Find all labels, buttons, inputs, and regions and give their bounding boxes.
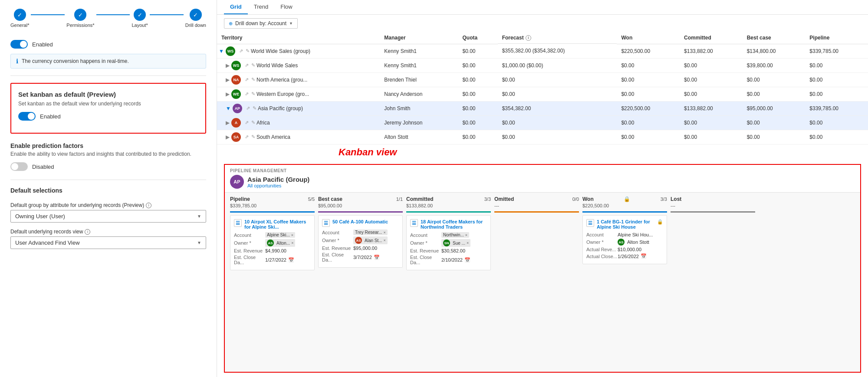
left-panel: ✓ General* ✓ Permissions* ✓ Layout* ✓ Dr… [0,0,217,377]
committed-cell: $0.00 [680,72,743,87]
tab-grid[interactable]: Grid [224,0,248,14]
group-by-value: Owning User (User) [15,213,65,220]
link-icon[interactable]: ⇗ [245,77,249,82]
step-line-3 [150,14,184,15]
card-tag: Alpine Ski...× [265,232,295,238]
quota-cell: $0.00 [458,72,497,87]
card-title: ☰ 10 Airpot XL Coffee Makers for Alpine … [234,219,311,229]
col-count: 0/0 [572,197,579,202]
tag-remove-icon[interactable]: × [384,238,386,243]
col-header: Omitted 0/0 --- [494,196,579,213]
col-amount: $220,500.00 [582,203,609,208]
row-expander-top[interactable]: ▼ [219,48,224,54]
tag-remove-icon[interactable]: × [465,233,467,237]
drill-down-button[interactable]: ⊕ Drill down by: Account ▼ [224,18,298,29]
tag-remove-icon[interactable]: × [467,241,469,245]
quota-cell: $0.00 [458,87,497,101]
prediction-toggle[interactable] [10,162,28,171]
card-date: 1/27/2022 📅 [265,257,294,263]
kanban-card[interactable]: ☰ 1 Café BG-1 Grinder for Alpine Ski Hou… [582,215,667,264]
link-icon[interactable]: ⇗ [239,48,243,54]
row-expander[interactable]: ▶ [226,134,230,140]
enabled-toggle[interactable] [10,40,28,49]
col-forecast[interactable]: Forecast i [498,32,617,44]
card-date: 1/26/2022 📅 [618,253,647,259]
tag-remove-icon[interactable]: × [291,241,293,245]
row-expander[interactable]: ▶ [226,77,230,83]
row-expander[interactable]: ▼ [226,105,231,111]
right-panel: Grid Trend Flow ⊕ Drill down by: Account… [217,0,868,377]
row-expander[interactable]: ▶ [226,120,230,126]
step-general-label: General* [10,23,29,28]
won-cell: $0.00 [617,115,680,130]
col-quota[interactable]: Quota [458,32,497,44]
col-territory[interactable]: Territory [217,32,380,44]
edit-icon[interactable]: ✎ [253,105,256,111]
drill-icon: ⊕ [229,21,233,26]
calendar-icon[interactable]: 📅 [464,257,470,263]
link-icon[interactable]: ⇗ [245,62,249,68]
pipeline-cell: $0.00 [805,115,868,130]
col-header: Pipeline 5/5 $339,785.00 [230,196,315,213]
committed-cell: $0.00 [680,58,743,72]
kanban-col-lost: Lost --- [671,196,755,368]
col-committed[interactable]: Committed [680,32,743,44]
link-icon[interactable]: ⇗ [245,120,249,125]
tab-trend[interactable]: Trend [248,0,274,14]
card-date: 2/10/2022 📅 [441,257,470,263]
view-select[interactable]: User Advanced Find View ▼ [10,236,206,249]
kanban-enabled-toggle[interactable] [18,112,36,121]
step-layout[interactable]: ✓ Layout* [132,9,148,28]
row-expander[interactable]: ▶ [226,62,230,69]
step-line-2 [96,14,130,15]
kanban-section-title: Set kanban as default (Preview) [18,91,198,98]
calendar-icon[interactable]: 📅 [288,257,294,263]
field-label: Owner * [586,239,618,245]
quota-cell: $0.00 [458,58,497,72]
quota-cell: $0.00 [458,130,497,144]
edit-icon[interactable]: ✎ [246,48,250,54]
card-field-row: Actual Close... 1/26/2022 📅 [586,253,663,259]
col-won[interactable]: Won [617,32,680,44]
field-value: $4,990.00 [265,248,286,253]
col-best-case[interactable]: Best case [743,32,806,44]
row-expander[interactable]: ▶ [226,91,230,97]
link-icon[interactable]: ⇗ [245,91,249,97]
drill-label: Drill down by: Account [235,20,286,26]
territory-avatar: WE [231,89,241,99]
col-amount: $95,000.00 [318,203,342,208]
edit-icon[interactable]: ✎ [251,120,255,125]
kanban-card[interactable]: ☰ 18 Airpot Coffee Makers for Northwind … [406,215,491,270]
won-cell: $0.00 [617,72,680,87]
card-title: ☰ 18 Airpot Coffee Makers for Northwind … [410,219,487,229]
field-val: Alpine Ski Hou... [618,232,663,237]
kanban-card[interactable]: ☰ 10 Airpot XL Coffee Makers for Alpine … [230,215,315,270]
tab-flow[interactable]: Flow [274,0,298,14]
calendar-icon[interactable]: 📅 [641,253,647,259]
edit-icon[interactable]: ✎ [251,134,255,140]
link-icon[interactable]: ⇗ [246,105,250,111]
tag-remove-icon[interactable]: × [291,233,293,237]
pipeline-cell: $0.00 [805,72,868,87]
step-general[interactable]: ✓ General* [10,9,29,28]
card-field-row: Est. Revenue $4,990.00 [234,248,311,253]
manager-cell: Kenny Smith1 [380,44,458,58]
link-icon[interactable]: ⇗ [245,134,249,140]
kanban-group-sub: All opportunities [247,183,309,188]
step-permissions[interactable]: ✓ Permissions* [66,9,94,28]
table-row: ▶ NA ⇗ ✎ North America (grou... [217,72,380,87]
step-drilldown[interactable]: ✓ Drill down [185,9,206,28]
group-by-select[interactable]: Owning User (User) ▼ [10,210,206,223]
pipeline-cell: $0.00 [805,130,868,144]
edit-icon[interactable]: ✎ [251,62,255,68]
kanban-card[interactable]: ☰ 50 Café A-100 Automatic Account Trey R… [318,215,403,268]
col-manager[interactable]: Manager [380,32,458,44]
col-pipeline[interactable]: Pipeline [805,32,868,44]
territory-name: South America [256,134,290,140]
calendar-icon[interactable]: 📅 [374,255,380,260]
edit-icon[interactable]: ✎ [251,91,255,97]
edit-icon[interactable]: ✎ [251,77,255,82]
tag-remove-icon[interactable]: × [383,230,385,235]
manager-cell: Brenden Thiel [380,72,458,87]
territory-avatar: WS [226,46,235,56]
